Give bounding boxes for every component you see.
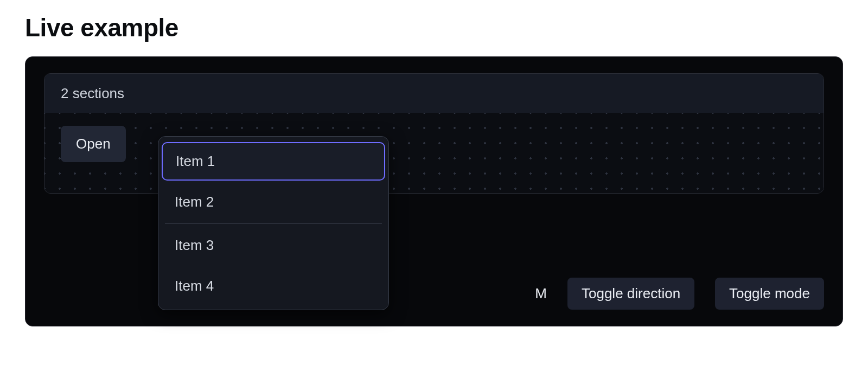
menu-item-1[interactable]: Item 1 (162, 142, 385, 181)
open-button[interactable]: Open (61, 126, 126, 162)
menu-item-3[interactable]: Item 3 (158, 225, 388, 266)
dropdown-menu: Item 1 Item 2 Item 3 Item 4 (158, 136, 389, 310)
menu-separator (165, 223, 382, 224)
menu-item-2[interactable]: Item 2 (158, 182, 388, 222)
footer-controls: M Toggle direction Toggle mode (535, 278, 824, 310)
menu-item-4[interactable]: Item 4 (158, 266, 388, 306)
toggle-direction-button[interactable]: Toggle direction (567, 278, 694, 310)
section-title: 2 sections (61, 85, 124, 102)
size-label: M (535, 285, 547, 302)
section-header: 2 sections (44, 74, 824, 113)
page-heading: Live example (25, 13, 843, 42)
toggle-mode-button[interactable]: Toggle mode (715, 278, 824, 310)
example-canvas: 2 sections Open Item 1 Item 2 Item 3 Ite… (25, 56, 843, 326)
